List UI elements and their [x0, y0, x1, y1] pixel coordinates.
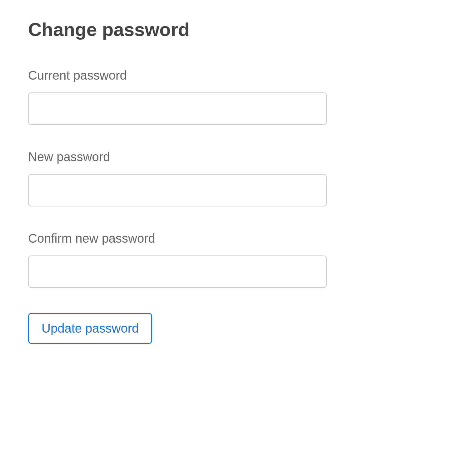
update-password-button[interactable]: Update password — [28, 313, 152, 344]
change-password-form: Current password New password Confirm ne… — [28, 68, 440, 344]
confirm-password-input[interactable] — [28, 255, 327, 288]
new-password-group: New password — [28, 150, 440, 206]
current-password-input[interactable] — [28, 92, 327, 125]
current-password-group: Current password — [28, 68, 440, 125]
confirm-password-label: Confirm new password — [28, 231, 440, 245]
confirm-password-group: Confirm new password — [28, 231, 440, 288]
new-password-label: New password — [28, 150, 440, 164]
current-password-label: Current password — [28, 68, 440, 82]
new-password-input[interactable] — [28, 174, 327, 206]
page-title: Change password — [28, 19, 440, 40]
